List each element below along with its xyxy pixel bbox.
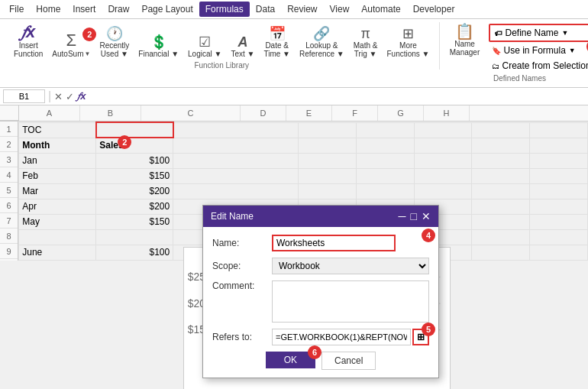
cell-b8[interactable] [96,229,173,245]
cell-c4[interactable] [173,168,299,183]
cell-g9[interactable] [472,245,530,260]
cell-d5[interactable] [299,183,357,199]
menu-developer[interactable]: Developer [407,2,461,17]
cell-h5[interactable] [530,183,588,199]
cell-g2[interactable] [472,138,530,153]
cell-b7[interactable]: $150 [96,214,173,229]
cell-d2[interactable] [299,138,357,153]
cell-c2[interactable] [173,138,299,153]
cell-e3[interactable] [357,153,415,168]
cell-c3[interactable] [173,153,299,168]
cell-g3[interactable] [472,153,530,168]
row-num-7[interactable]: 7 [0,213,18,229]
date-time-button[interactable]: 📅 Date &Time ▼ [260,25,293,60]
cell-e5[interactable] [357,183,415,199]
row-num-3[interactable]: 3 [0,152,18,167]
cell-d4[interactable] [299,168,357,183]
cell-b4[interactable]: $150 [96,168,173,183]
modal-scope-select[interactable]: Workbook [272,258,429,274]
col-header-f[interactable]: F [332,105,378,121]
row-num-9[interactable]: 9 [0,244,18,259]
row-num-6[interactable]: 6 [0,198,18,213]
cell-b9[interactable]: $100 [96,245,173,260]
cell-g6[interactable] [472,199,530,214]
confirm-formula-icon[interactable]: ✓ [66,91,74,102]
modal-name-input[interactable] [272,235,396,251]
cell-e4[interactable] [357,168,415,183]
menu-view[interactable]: View [324,2,356,17]
formula-input[interactable] [89,91,585,102]
cell-a9[interactable]: June [19,245,96,260]
cell-a2[interactable]: Month [19,138,96,153]
cell-g7[interactable] [472,214,530,229]
define-name-button[interactable]: 🏷 Define Name ▼ [489,24,589,42]
col-header-g[interactable]: G [378,105,424,121]
cell-h7[interactable] [530,214,588,229]
menu-home[interactable]: Home [30,2,66,17]
cell-c5[interactable] [173,183,299,199]
col-header-h[interactable]: H [424,105,470,121]
insert-function-button[interactable]: 𝑓x InsertFunction [11,22,46,60]
cell-g4[interactable] [472,168,530,183]
recently-used-button[interactable]: 🕐 RecentlyUsed ▼ [96,25,132,60]
cell-a4[interactable]: Feb [19,168,96,183]
cell-h6[interactable] [530,199,588,214]
cell-h9[interactable] [530,245,588,260]
cell-c1[interactable] [173,122,299,138]
cell-a6[interactable]: Apr [19,199,96,214]
menu-page-layout[interactable]: Page Layout [135,2,199,17]
cell-a8[interactable] [19,229,96,245]
cell-f1[interactable] [414,122,472,138]
cell-d3[interactable] [299,153,357,168]
lookup-reference-button[interactable]: 🔗 Lookup &Reference ▼ [296,25,347,60]
cell-a1[interactable]: TOC [19,122,96,138]
cell-f2[interactable] [414,138,472,153]
modal-close-button[interactable]: ✕ [422,210,431,222]
more-functions-button[interactable]: ⊞ MoreFunctions ▼ [383,25,432,60]
menu-review[interactable]: Review [281,2,323,17]
col-header-e[interactable]: E [286,105,332,121]
row-num-8[interactable]: 8 [0,229,18,244]
cell-g5[interactable] [472,183,530,199]
modal-cancel-button[interactable]: Cancel [321,352,376,370]
create-from-selection-button[interactable]: 🗂 Create from Selection [489,59,589,73]
cell-h3[interactable] [530,153,588,168]
financial-button[interactable]: 💲 Financial ▼ [135,34,182,60]
cancel-formula-icon[interactable]: ✕ [54,91,63,102]
row-num-4[interactable]: 4 [0,167,18,183]
cell-b2[interactable]: Sales 2 [96,138,173,153]
cell-f5[interactable] [414,183,472,199]
row-num-2[interactable]: 2 [0,137,18,152]
cell-d1[interactable] [299,122,357,138]
modal-maximize-button[interactable]: □ [411,210,417,222]
cell-g8[interactable] [472,229,530,245]
cell-h8[interactable] [530,229,588,245]
col-header-a[interactable]: A [19,105,80,121]
cell-b1[interactable] [96,122,173,138]
modal-refers-input[interactable] [272,329,411,345]
menu-insert[interactable]: Insert [66,2,102,17]
cell-h2[interactable] [530,138,588,153]
cell-h1[interactable] [530,122,588,138]
menu-draw[interactable]: Draw [102,2,135,17]
cell-a5[interactable]: Mar [19,183,96,199]
modal-comment-textarea[interactable] [272,280,429,323]
cell-h4[interactable] [530,168,588,183]
fx-icon[interactable]: 𝑓x [77,90,86,102]
col-header-d[interactable]: D [241,105,286,121]
menu-file[interactable]: File [3,2,30,17]
menu-formulas[interactable]: Formulas [199,2,250,17]
cell-g1[interactable] [472,122,530,138]
cell-f4[interactable] [414,168,472,183]
text-button[interactable]: A Text ▼ [228,34,257,60]
cell-e1[interactable] [357,122,415,138]
cell-a3[interactable]: Jan [19,153,96,168]
row-num-1[interactable]: 1 [0,122,18,137]
cell-b6[interactable]: $200 [96,199,173,214]
use-in-formula-button[interactable]: 🔖 Use in Formula ▼ 3 [489,44,589,57]
cell-a7[interactable]: May [19,214,96,229]
menu-automate[interactable]: Automate [355,2,406,17]
cell-f3[interactable] [414,153,472,168]
row-num-5[interactable]: 5 [0,183,18,198]
math-trig-button[interactable]: π Math &Trig ▼ [351,25,381,60]
